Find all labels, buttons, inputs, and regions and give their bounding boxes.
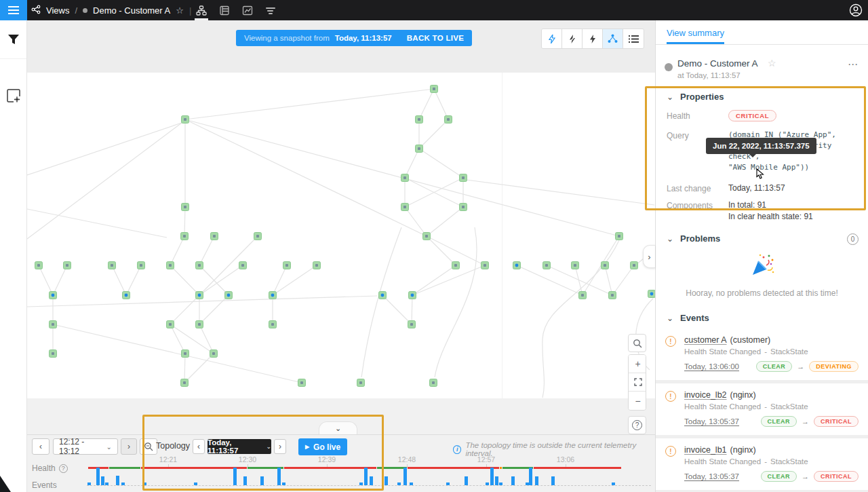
view-settings-icon[interactable] bbox=[0, 77, 27, 115]
event-description: Health State Changed-StackState bbox=[684, 457, 859, 466]
event-to-badge: CRITICAL bbox=[814, 471, 859, 482]
alert-icon: ! bbox=[665, 336, 676, 347]
health-segment bbox=[534, 467, 621, 469]
event-bar bbox=[465, 476, 468, 485]
event-bar bbox=[511, 476, 515, 485]
time-tooltip: Jun 22, 2022, 11:13:57.375 bbox=[706, 138, 816, 154]
breadcrumb-view-name[interactable]: Demo - Customer A bbox=[93, 5, 170, 16]
menu-button[interactable] bbox=[0, 0, 27, 20]
event-bar bbox=[282, 482, 285, 485]
event-component-link[interactable]: customer A bbox=[684, 335, 727, 345]
back-to-live-button[interactable]: BACK TO LIVE bbox=[407, 34, 465, 42]
timeline-tick-label: 12:48 bbox=[393, 455, 420, 463]
components-clear: In clear health state: 91 bbox=[728, 211, 813, 223]
user-avatar-icon[interactable] bbox=[849, 3, 863, 17]
event-card[interactable]: ! customer A(customer) Health State Chan… bbox=[656, 328, 868, 380]
help-button[interactable]: ? bbox=[628, 416, 646, 434]
event-bar bbox=[143, 482, 146, 485]
expand-panel-handle[interactable]: › bbox=[643, 245, 655, 268]
health-row: Health CRITICAL bbox=[656, 107, 868, 124]
corner-artifact bbox=[0, 476, 11, 492]
event-time-link[interactable]: Today, 13:05:37 bbox=[684, 472, 739, 480]
events-section: ⌄ Events ! customer A(customer) Health S… bbox=[656, 305, 868, 492]
view-mode-tabs bbox=[190, 0, 282, 20]
go-live-button[interactable]: ▶Go live bbox=[298, 438, 347, 455]
timeline-collapse-handle[interactable]: ⌄ bbox=[319, 421, 357, 434]
events-baseline bbox=[87, 485, 651, 486]
range-zoom-out-button[interactable] bbox=[140, 438, 157, 455]
problems-header[interactable]: ⌄ Problems bbox=[656, 225, 868, 249]
filter-icon[interactable] bbox=[0, 20, 27, 58]
topology-view-button[interactable] bbox=[603, 29, 623, 48]
view-title[interactable]: Demo - Customer A bbox=[677, 58, 758, 69]
favorite-star-icon[interactable]: ☆ bbox=[176, 5, 184, 16]
party-popper-icon bbox=[749, 269, 776, 281]
event-bar bbox=[194, 482, 197, 485]
views-icon bbox=[31, 5, 41, 16]
range-prev-button[interactable]: ‹ bbox=[32, 438, 50, 455]
event-bar bbox=[260, 476, 264, 485]
tab-topology[interactable] bbox=[190, 0, 213, 20]
chevron-down-icon: ⌄ bbox=[106, 443, 112, 451]
tab-metrics[interactable] bbox=[236, 0, 259, 20]
snapshot-time[interactable]: Today, 11:13:57 bbox=[335, 34, 392, 42]
properties-header[interactable]: ⌄ Properties bbox=[656, 83, 868, 107]
arrow-right-icon: → bbox=[802, 472, 809, 480]
problems-muted-button[interactable] bbox=[562, 29, 583, 48]
event-to-badge: CRITICAL bbox=[814, 416, 859, 427]
event-description: Health State Changed-StackState bbox=[684, 402, 859, 411]
stackstate-app: Views / Demo - Customer A ☆ | bbox=[0, 0, 868, 492]
tab-view-summary[interactable]: View summary bbox=[667, 20, 724, 44]
problems-empty-state: Hooray, no problems detected at this tim… bbox=[656, 249, 868, 305]
canvas-divider bbox=[502, 73, 502, 398]
breadcrumb-views[interactable]: Views bbox=[46, 5, 69, 16]
topology-canvas[interactable] bbox=[27, 73, 655, 398]
health-segment bbox=[109, 467, 140, 469]
telemetry-range-select[interactable]: 12:12 - 13:12⌄ bbox=[53, 438, 118, 455]
last-change-value[interactable]: Today, 11:13:57 bbox=[728, 183, 785, 194]
view-menu-button[interactable]: ⋯ bbox=[848, 58, 859, 71]
info-icon: i bbox=[453, 445, 461, 454]
zoom-out-button[interactable]: − bbox=[629, 392, 646, 410]
left-sidebar bbox=[0, 20, 27, 492]
tab-events-table[interactable] bbox=[213, 0, 236, 20]
sidebar-divider bbox=[0, 58, 26, 59]
problems-filled-button[interactable] bbox=[583, 29, 603, 48]
last-change-row: Last change Today, 11:13:57 bbox=[656, 180, 868, 197]
event-bar bbox=[551, 476, 555, 485]
event-component-link[interactable]: invoice_lb1 bbox=[684, 445, 727, 455]
tab-traces[interactable] bbox=[259, 0, 282, 20]
chevron-down-icon: ⌄ bbox=[667, 234, 673, 244]
topology-time-label: Topology bbox=[156, 441, 190, 451]
timeline-tick-label: 13:06 bbox=[552, 455, 579, 463]
view-health-dot bbox=[83, 8, 87, 13]
canvas-search-button[interactable] bbox=[628, 334, 646, 352]
topology-time-next-button[interactable]: › bbox=[274, 439, 286, 454]
topology-time-select[interactable]: Today, 11:13:57⌄ bbox=[208, 439, 271, 454]
event-to-badge: DEVIATING bbox=[809, 361, 859, 372]
fit-to-screen-button[interactable] bbox=[629, 373, 646, 392]
topology-time-prev-button[interactable]: ‹ bbox=[193, 439, 205, 454]
event-card[interactable]: ! invoice_lb1(nginx) Health State Change… bbox=[656, 438, 868, 490]
range-next-button[interactable]: › bbox=[121, 438, 137, 455]
event-bar bbox=[535, 476, 538, 485]
event-bar bbox=[495, 476, 498, 485]
event-component-link[interactable]: invoice_lb2 bbox=[684, 390, 727, 400]
event-card[interactable]: ! invoice_lb2(nginx) Health State Change… bbox=[656, 383, 868, 435]
chevron-down-icon: ⌄ bbox=[667, 92, 673, 102]
problems-outline-button[interactable] bbox=[542, 29, 562, 48]
event-bar bbox=[397, 482, 401, 485]
list-view-button[interactable] bbox=[623, 29, 644, 48]
event-bar bbox=[359, 482, 363, 485]
health-help-icon[interactable]: ? bbox=[59, 464, 68, 473]
event-time-link[interactable]: Today, 13:06:00 bbox=[684, 362, 739, 371]
arrow-right-icon: → bbox=[797, 362, 804, 371]
event-time-link[interactable]: Today, 13:05:37 bbox=[684, 417, 739, 425]
chevron-down-icon: ⌄ bbox=[667, 314, 673, 323]
favorite-star-icon[interactable]: ☆ bbox=[768, 58, 776, 69]
health-status-badge: CRITICAL bbox=[728, 110, 776, 121]
canvas-mode-buttons bbox=[541, 29, 644, 49]
event-bar bbox=[116, 476, 119, 485]
zoom-in-button[interactable]: + bbox=[629, 355, 646, 373]
events-header[interactable]: ⌄ Events bbox=[656, 305, 868, 328]
